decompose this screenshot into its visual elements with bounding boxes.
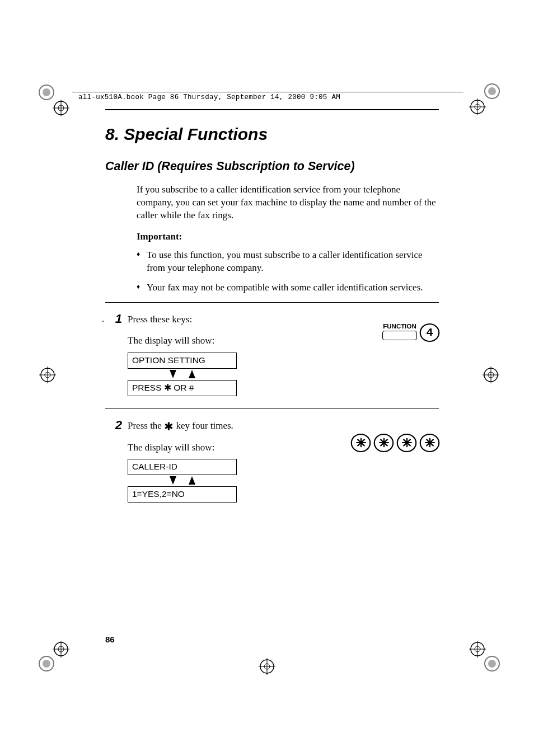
reg-mark-tr-1 <box>484 83 500 100</box>
step-2-row: 2 Press the ✱ key four times. The displa… <box>105 419 439 503</box>
function-button-icon <box>382 331 417 340</box>
up-arrow-icon <box>189 370 195 378</box>
intro-paragraph: If you subscribe to a caller identificat… <box>105 184 439 222</box>
reg-mark-tl-1 <box>38 84 55 101</box>
reg-mark-tl-2 <box>53 100 69 116</box>
lcd-display-2: CALLER-ID 1=YES,2=NO <box>128 459 237 503</box>
step-1-text: Press these keys: <box>128 313 332 327</box>
svg-point-7 <box>488 87 496 95</box>
page-number: 86 <box>105 635 115 644</box>
step-2-subtext: The display will show: <box>128 441 332 455</box>
step-separator <box>105 408 439 409</box>
up-arrow-icon <box>189 476 195 485</box>
step-1-dot: . <box>102 314 104 324</box>
star-key-icon <box>397 434 417 452</box>
reg-mark-bl-1 <box>38 655 55 672</box>
lcd-2-bottom: 1=YES,2=NO <box>128 486 237 503</box>
svg-point-1 <box>43 88 50 96</box>
page-header-rule <box>72 92 463 92</box>
reg-mark-mb <box>259 658 275 675</box>
reg-mark-bl-2 <box>53 641 69 658</box>
function-key-label: FUNCTION <box>382 323 417 330</box>
down-arrow-icon <box>170 370 176 378</box>
step-separator <box>105 302 439 303</box>
important-label: Important: <box>105 231 439 242</box>
reg-mark-mr <box>483 367 499 383</box>
step-1-row: . 1 Press these keys: The display will s… <box>105 313 439 396</box>
bullet-item: To use this function, you must subscribe… <box>137 249 439 275</box>
svg-point-25 <box>43 660 50 668</box>
star-key-icon <box>420 434 440 452</box>
bullet-item: Your fax may not be compatible with some… <box>137 281 439 294</box>
step-2-text: Press the ✱ key four times. <box>128 419 332 433</box>
digit-4-key: 4 <box>420 323 440 342</box>
chapter-rule <box>105 109 439 110</box>
reg-mark-tr-2 <box>469 98 486 115</box>
reg-mark-br-1 <box>484 655 500 672</box>
lcd-2-top: CALLER-ID <box>128 459 237 475</box>
chapter-title: 8. Special Functions <box>105 125 439 144</box>
star-keys-visual <box>352 434 439 452</box>
lcd-2-arrows <box>128 475 237 486</box>
lcd-1-arrows <box>128 369 237 380</box>
star-glyph: ✱ <box>164 420 174 433</box>
lcd-1-top: OPTION SETTING <box>128 353 237 369</box>
section-title: Caller ID (Requires Subscription to Serv… <box>105 159 439 173</box>
function-key-visual: FUNCTION 4 <box>382 323 439 342</box>
star-key-icon <box>351 434 371 452</box>
svg-point-31 <box>488 660 496 668</box>
star-key-icon <box>374 434 394 452</box>
reg-mark-ml <box>39 367 56 383</box>
reg-mark-br-2 <box>469 641 486 658</box>
lcd-display-1: OPTION SETTING PRESS ✱ OR # <box>128 353 237 396</box>
lcd-1-bottom: PRESS ✱ OR # <box>128 380 237 396</box>
step-1-subtext: The display will show: <box>128 334 332 348</box>
page-header-text: all-ux510A.book Page 86 Thursday, Septem… <box>78 93 340 101</box>
step-2-number: 2 <box>115 418 122 432</box>
step-1-number: 1 <box>115 312 122 326</box>
down-arrow-icon <box>170 476 176 485</box>
